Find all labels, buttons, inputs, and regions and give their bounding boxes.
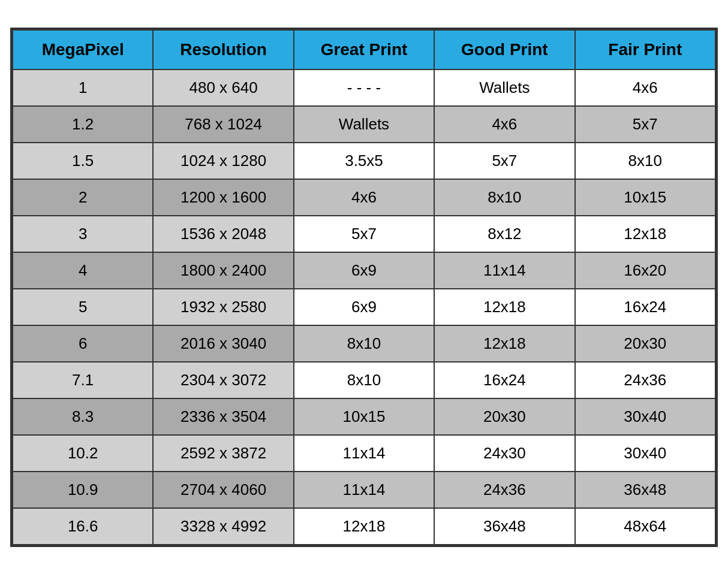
cell-fair: 36x48 [575,472,715,508]
main-container: MegaPixel Resolution Great Print Good Pr… [10,28,718,547]
cell-good: 36x48 [434,508,574,545]
table-row: 21200 x 16004x68x1010x15 [13,179,715,216]
cell-great: 4x6 [294,179,434,216]
cell-great: 8x10 [294,325,434,362]
cell-resolution: 1200 x 1600 [153,179,293,216]
cell-megapixel: 10.9 [13,472,153,508]
cell-great: - - - - [294,70,434,106]
cell-good: 4x6 [434,106,574,143]
cell-megapixel: 1 [13,70,153,106]
table-row: 31536 x 20485x78x1212x18 [13,216,715,252]
table-row: 16.63328 x 499212x1836x4848x64 [13,508,715,545]
table-row: 7.12304 x 30728x1016x2424x36 [13,362,715,398]
cell-resolution: 2016 x 3040 [153,325,293,362]
cell-good: Wallets [434,70,574,106]
cell-resolution: 1800 x 2400 [153,252,293,289]
table-row: 8.32336 x 350410x1520x3030x40 [13,398,715,435]
cell-great: 11x14 [294,435,434,472]
cell-great: 6x9 [294,252,434,289]
cell-megapixel: 1.5 [13,143,153,179]
cell-resolution: 768 x 1024 [153,106,293,143]
cell-great: 10x15 [294,398,434,435]
cell-resolution: 2304 x 3072 [153,362,293,398]
cell-fair: 20x30 [575,325,715,362]
cell-megapixel: 4 [13,252,153,289]
cell-fair: 12x18 [575,216,715,252]
cell-good: 12x18 [434,289,574,325]
cell-fair: 24x36 [575,362,715,398]
cell-megapixel: 8.3 [13,398,153,435]
cell-great: 6x9 [294,289,434,325]
cell-good: 24x36 [434,472,574,508]
cell-resolution: 1024 x 1280 [153,143,293,179]
cell-good: 20x30 [434,398,574,435]
cell-resolution: 2704 x 4060 [153,472,293,508]
cell-fair: 4x6 [575,70,715,106]
cell-megapixel: 1.2 [13,106,153,143]
cell-fair: 16x24 [575,289,715,325]
header-resolution: Resolution [153,30,293,70]
cell-fair: 5x7 [575,106,715,143]
cell-megapixel: 16.6 [13,508,153,545]
cell-great: 12x18 [294,508,434,545]
header-good-print: Good Print [434,30,574,70]
cell-resolution: 2592 x 3872 [153,435,293,472]
cell-megapixel: 7.1 [13,362,153,398]
cell-great: Wallets [294,106,434,143]
cell-good: 8x12 [434,216,574,252]
cell-good: 11x14 [434,252,574,289]
cell-fair: 16x20 [575,252,715,289]
cell-fair: 8x10 [575,143,715,179]
cell-resolution: 3328 x 4992 [153,508,293,545]
cell-great: 5x7 [294,216,434,252]
cell-megapixel: 2 [13,179,153,216]
cell-fair: 30x40 [575,398,715,435]
cell-fair: 48x64 [575,508,715,545]
table-row: 62016 x 30408x1012x1820x30 [13,325,715,362]
cell-good: 24x30 [434,435,574,472]
megapixel-table: MegaPixel Resolution Great Print Good Pr… [12,29,716,545]
cell-good: 8x10 [434,179,574,216]
header-fair-print: Fair Print [575,30,715,70]
cell-good: 12x18 [434,325,574,362]
header-great-print: Great Print [294,30,434,70]
cell-resolution: 1536 x 2048 [153,216,293,252]
cell-fair: 10x15 [575,179,715,216]
table-row: 41800 x 24006x911x1416x20 [13,252,715,289]
cell-resolution: 2336 x 3504 [153,398,293,435]
table-row: 1480 x 640- - - -Wallets4x6 [13,70,715,106]
cell-resolution: 480 x 640 [153,70,293,106]
table-row: 10.22592 x 387211x1424x3030x40 [13,435,715,472]
cell-megapixel: 6 [13,325,153,362]
table-row: 10.92704 x 406011x1424x3636x48 [13,472,715,508]
header-megapixel: MegaPixel [13,30,153,70]
cell-resolution: 1932 x 2580 [153,289,293,325]
table-row: 51932 x 25806x912x1816x24 [13,289,715,325]
cell-fair: 30x40 [575,435,715,472]
cell-megapixel: 10.2 [13,435,153,472]
cell-great: 8x10 [294,362,434,398]
table-row: 1.2768 x 1024Wallets4x65x7 [13,106,715,143]
cell-good: 5x7 [434,143,574,179]
table-row: 1.51024 x 12803.5x55x78x10 [13,143,715,179]
cell-megapixel: 3 [13,216,153,252]
cell-good: 16x24 [434,362,574,398]
cell-megapixel: 5 [13,289,153,325]
header-row: MegaPixel Resolution Great Print Good Pr… [13,30,715,70]
cell-great: 11x14 [294,472,434,508]
cell-great: 3.5x5 [294,143,434,179]
